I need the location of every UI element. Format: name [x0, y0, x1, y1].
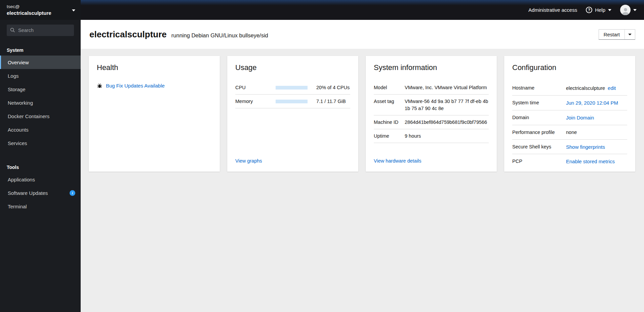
cpu-usage-row: CPU 20% of 4 CPUs	[235, 81, 350, 95]
sidebar-item-logs[interactable]: Logs	[0, 69, 81, 82]
search-icon	[10, 28, 15, 33]
help-label: Help	[595, 7, 605, 13]
performance-profile-label: Performance profile	[512, 129, 566, 136]
search-input[interactable]	[7, 25, 74, 36]
sidebar-item-terminal[interactable]: Terminal	[0, 200, 81, 213]
sidebar-item-docker-containers[interactable]: Docker Containers	[0, 109, 81, 123]
sidebar-item-networking[interactable]: Networking	[0, 96, 81, 109]
bug-icon	[97, 83, 103, 89]
memory-usage-row: Memory 7.1 / 11.7 GiB	[235, 95, 350, 108]
health-card-title: Health	[97, 63, 212, 72]
configuration-card-title: Configuration	[512, 63, 627, 72]
domain-row: Domain Join Domain	[512, 110, 627, 125]
nav-section-tools: Tools	[0, 161, 81, 173]
usage-table: CPU 20% of 4 CPUs Memory 7.1 / 11.7 Gi	[235, 81, 350, 108]
sidebar-item-software-updates[interactable]: Software Updates i	[0, 186, 81, 200]
user-icon	[621, 7, 630, 15]
nav-section-system: System	[0, 44, 81, 56]
cockpit-app: tsec@ electricalsculpture System Overvie…	[0, 0, 644, 312]
asset-tag-value: VMware-56 4d 9a 30 b7 77 7f df-eb 4b 1b …	[405, 98, 489, 112]
bug-fix-updates-link[interactable]: Bug Fix Updates Available	[106, 83, 165, 89]
administrative-access-toggle[interactable]: Administrative access	[528, 7, 577, 13]
help-icon: ?	[586, 7, 592, 13]
system-information-card: System information Model VMware, Inc. VM…	[366, 56, 497, 172]
system-time-link[interactable]: Jun 29, 2020 12:04 PM	[566, 99, 618, 107]
administrative-access-label: Administrative access	[528, 7, 577, 13]
performance-profile-value: none	[566, 129, 577, 136]
asset-tag-label: Asset tag	[374, 98, 405, 112]
secure-shell-keys-label: Secure Shell keys	[512, 143, 566, 151]
pcp-label: PCP	[512, 158, 566, 165]
machine-id-value: 2864d41bef864d759b681f9c0bf79566	[405, 119, 489, 126]
health-updates-row: Bug Fix Updates Available	[97, 83, 212, 89]
main-area: Administrative access ? Help electrical	[81, 0, 644, 312]
configuration-card: Configuration Hostname electricalsculptu…	[504, 56, 635, 172]
caret-down-icon	[72, 9, 75, 11]
performance-profile-row: Performance profile none	[512, 125, 627, 140]
account-user: tsec@	[7, 4, 51, 10]
card-grid: Health Bug Fix Updates Available Usage	[89, 56, 635, 172]
restart-button[interactable]: Restart	[599, 30, 625, 39]
restart-dropdown-toggle[interactable]	[625, 30, 635, 39]
model-row: Model VMware, Inc. VMware Virtual Platfo…	[374, 81, 489, 95]
system-time-row: System time Jun 29, 2020 12:04 PM	[512, 96, 627, 110]
sidebar-item-label: Storage	[8, 86, 26, 92]
account-block: tsec@ electricalsculpture	[7, 4, 51, 16]
uptime-row: Uptime 9 hours	[374, 129, 489, 143]
sidebar-item-overview[interactable]: Overview	[0, 56, 81, 69]
os-release-text: running Debian GNU/Linux bullseye/sid	[171, 32, 268, 39]
sidebar-item-services[interactable]: Services	[0, 136, 81, 150]
sidebar-item-accounts[interactable]: Accounts	[0, 123, 81, 136]
view-hardware-details-link[interactable]: View hardware details	[374, 158, 421, 164]
sidebar-item-label: Overview	[8, 60, 29, 65]
cpu-usage-value: 20% of 4 CPUs	[316, 85, 350, 90]
configuration-table: Hostname electricalsculpture edit System…	[512, 81, 627, 169]
machine-id-row: Machine ID 2864d41bef864d759b681f9c0bf79…	[374, 115, 489, 129]
overview-header: electricalsculpture running Debian GNU/L…	[81, 20, 644, 49]
cpu-label: CPU	[235, 85, 276, 90]
show-fingerprints-link[interactable]: Show fingerprints	[566, 143, 605, 151]
asset-tag-row: Asset tag VMware-56 4d 9a 30 b7 77 7f df…	[374, 95, 489, 115]
system-information-card-footer: View hardware details	[374, 158, 489, 164]
caret-down-icon	[608, 9, 611, 11]
memory-label: Memory	[235, 99, 276, 104]
host-switcher[interactable]: tsec@ electricalsculpture	[0, 0, 81, 20]
sidebar: tsec@ electricalsculpture System Overvie…	[0, 0, 81, 312]
usage-card: Usage CPU 20% of 4 CPUs Memory	[227, 56, 358, 172]
enable-stored-metrics-link[interactable]: Enable stored metrics	[566, 158, 615, 165]
join-domain-link[interactable]: Join Domain	[566, 114, 594, 122]
title-block: electricalsculpture running Debian GNU/L…	[89, 29, 268, 40]
hostname-label: Hostname	[512, 84, 566, 92]
health-card: Health Bug Fix Updates Available	[89, 56, 220, 172]
uptime-label: Uptime	[374, 133, 405, 140]
page-title-hostname: electricalsculpture	[89, 29, 167, 40]
hostname-edit-link[interactable]: edit	[608, 84, 616, 92]
pcp-row: PCP Enable stored metrics	[512, 154, 627, 169]
sidebar-item-applications[interactable]: Applications	[0, 173, 81, 186]
cpu-progress-bar	[276, 86, 308, 90]
account-host: electricalsculpture	[7, 10, 51, 16]
domain-label: Domain	[512, 114, 566, 122]
overview-page: Health Bug Fix Updates Available Usage	[81, 49, 644, 312]
usage-card-footer: View graphs	[235, 158, 350, 164]
nav-spacer	[0, 150, 81, 161]
hostname-row: Hostname electricalsculpture edit	[512, 81, 627, 96]
secure-shell-keys-row: Secure Shell keys Show fingerprints	[512, 140, 627, 154]
sidebar-item-label: Services	[8, 140, 27, 146]
sidebar-item-label: Networking	[8, 100, 33, 106]
restart-split-button: Restart	[599, 29, 635, 40]
model-value: VMware, Inc. VMware Virtual Platform	[405, 84, 489, 91]
machine-id-label: Machine ID	[374, 119, 405, 126]
help-menu[interactable]: ? Help	[586, 7, 611, 13]
view-graphs-link[interactable]: View graphs	[235, 158, 262, 164]
sidebar-search	[7, 25, 74, 36]
sidebar-item-label: Accounts	[8, 127, 29, 133]
sidebar-item-storage[interactable]: Storage	[0, 82, 81, 96]
uptime-value: 9 hours	[405, 133, 489, 140]
info-badge-icon: i	[70, 190, 75, 196]
caret-down-icon	[628, 34, 632, 35]
session-menu[interactable]	[620, 5, 637, 15]
system-time-label: System time	[512, 99, 566, 107]
sidebar-item-label: Software Updates	[8, 190, 48, 196]
hostname-value: electricalsculpture	[566, 85, 605, 92]
